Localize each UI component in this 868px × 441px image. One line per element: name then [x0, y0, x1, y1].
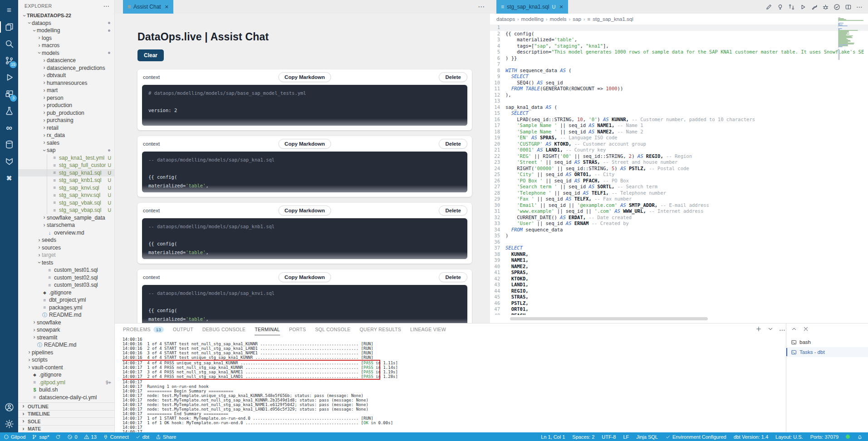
panel-tab-output[interactable]: OUTPUT: [173, 323, 193, 335]
tree-folder-production[interactable]: ›production: [18, 102, 114, 109]
warnings[interactable]: 13: [84, 434, 97, 440]
cursor-position[interactable]: Ln 1, Col 1: [541, 434, 565, 440]
tree-folder-datascience-predictions[interactable]: ›datascience_predictions: [18, 64, 114, 72]
tree-file-stg-sap-full-customer-sales-sql[interactable]: ≡stg_sap_full_customer_sales.sqlU: [18, 162, 114, 169]
copy-markdown-button[interactable]: Copy Markdown: [278, 72, 331, 82]
tree-folder-modelling[interactable]: ›modelling: [18, 27, 114, 34]
copy-markdown-button[interactable]: Copy Markdown: [278, 272, 331, 282]
tree-file--gitignore[interactable]: ◆.gitignore: [18, 371, 114, 379]
tree-folder-retail[interactable]: ›retail: [18, 124, 114, 132]
panel-tab-problems[interactable]: PROBLEMS13: [123, 323, 164, 335]
extensions-icon[interactable]: 3: [0, 86, 18, 103]
dbt-status[interactable]: dbt: [135, 434, 149, 440]
share[interactable]: Share: [156, 434, 176, 440]
tree-file-stg-sap-knvi-sql[interactable]: ≡stg_sap_knvi.sqlU: [18, 184, 114, 192]
connect[interactable]: Connect: [103, 434, 129, 440]
database-icon[interactable]: [0, 136, 18, 153]
breadcrumb-item[interactable]: sap: [573, 16, 581, 22]
environment[interactable]: Environment Configured: [665, 434, 726, 440]
tree-folder-rx-data[interactable]: ›rx_data: [18, 132, 114, 139]
chat-more-actions-icon[interactable]: ⋯: [472, 3, 490, 11]
panel-tab-terminal[interactable]: TERMINAL: [255, 323, 280, 335]
tree-folder-person[interactable]: ›person: [18, 94, 114, 102]
tree-file-custom-test03-sql[interactable]: ≡custom_test03.sql: [18, 281, 114, 289]
wrench-icon[interactable]: [810, 3, 818, 11]
delete-button[interactable]: Delete: [439, 272, 467, 282]
tree-folder-dbtvault[interactable]: ›dbtvault: [18, 72, 114, 79]
breadcrumb-item[interactable]: modelling: [521, 16, 544, 22]
search-icon[interactable]: [0, 35, 18, 52]
delete-button[interactable]: Delete: [439, 206, 467, 216]
git-branch[interactable]: sap*: [32, 434, 49, 440]
section-mate[interactable]: ›MATE: [18, 425, 115, 433]
pipeline-x-icon[interactable]: ✖: [0, 170, 18, 186]
tree-folder-logs[interactable]: ›logs: [18, 34, 114, 42]
tree-folder-sales[interactable]: ›sales: [18, 139, 114, 147]
explorer-more-icon[interactable]: ⋯: [103, 2, 110, 10]
encoding[interactable]: UTF-8: [602, 434, 616, 440]
panel-tab-ports[interactable]: PORTS: [289, 323, 306, 335]
tree-file--gitignore[interactable]: ◆.gitignore: [18, 289, 114, 297]
source-control-icon[interactable]: 15: [0, 52, 18, 69]
settings-gear-icon[interactable]: [0, 416, 18, 432]
terminal-instance-bash[interactable]: bash: [786, 337, 868, 347]
tab-assist-chat[interactable]: ≡ Assist Chat ✕: [123, 0, 173, 14]
tree-folder-snowflake[interactable]: ›snowflake: [18, 319, 114, 327]
tree-file-sap-kna1-test-yml[interactable]: ≡sap_kna1_test.ymlU: [18, 154, 114, 162]
tree-file-datascience-daily-ci-yml[interactable]: ≡datascience-daily-ci.yml: [18, 394, 114, 402]
tree-folder-snowpark[interactable]: ›snowpark: [18, 326, 114, 334]
port-status[interactable]: [846, 435, 850, 439]
tree-file-stg-sap-vbap-sql[interactable]: ≡stg_sap_vbap.sqlU: [18, 206, 114, 214]
tree-folder-mart[interactable]: ›mart: [18, 87, 114, 94]
indentation[interactable]: Spaces: 2: [572, 434, 594, 440]
explorer-icon[interactable]: [0, 19, 18, 35]
tree-file-readme-md[interactable]: ⓘREADME.md: [18, 311, 114, 319]
close-icon[interactable]: ✕: [559, 4, 563, 10]
tree-folder-streamlit[interactable]: ›streamlit: [18, 334, 114, 342]
minimap[interactable]: [838, 16, 864, 60]
delete-button[interactable]: Delete: [439, 72, 467, 82]
check-circle-icon[interactable]: [833, 3, 841, 11]
tab-stg-sap-kna1[interactable]: ≡ stg_sap_kna1.sql U ✕: [496, 0, 568, 14]
tree-file-readme-md[interactable]: ⓘREADME.md: [18, 341, 114, 349]
tree-folder-starschema[interactable]: ›starschema: [18, 221, 114, 229]
menu-icon[interactable]: ≡: [0, 2, 18, 19]
dbt-version[interactable]: dbt Version: 1.4: [734, 434, 768, 440]
panel-tab-debug-console[interactable]: DEBUG CONSOLE: [202, 323, 246, 335]
dataops-infinity-icon[interactable]: ∞: [0, 119, 18, 136]
lightbulb-icon[interactable]: [776, 3, 784, 11]
dbt-icon[interactable]: [0, 153, 18, 170]
breadcrumb-item[interactable]: dataops: [496, 16, 515, 22]
sync[interactable]: [55, 434, 61, 440]
tree-folder-purchasing[interactable]: ›purchasing: [18, 117, 114, 124]
tree-folder-vault-content[interactable]: ›vault-content: [18, 364, 114, 372]
git-compare-icon[interactable]: [787, 3, 795, 11]
clear-button[interactable]: Clear: [137, 49, 164, 61]
code-editor[interactable]: 12{{ config(3 materialized='table',4 tag…: [490, 24, 868, 315]
language-mode[interactable]: Jinja SQL: [636, 434, 658, 440]
errors[interactable]: 0: [67, 434, 77, 440]
copy-markdown-button[interactable]: Copy Markdown: [278, 206, 331, 216]
ports[interactable]: Ports: 37079: [810, 434, 839, 440]
tree-folder-target[interactable]: ›target: [18, 251, 114, 259]
tree-file-custom-test01-sql[interactable]: ≡custom_test01.sql: [18, 266, 114, 274]
tree-file-packages-yml[interactable]: ≡packages.yml: [18, 304, 114, 312]
gitpod-status[interactable]: Gitpod: [4, 434, 25, 440]
tree-file-overview-md[interactable]: ↓overview.md: [18, 229, 114, 237]
account-icon[interactable]: [0, 399, 18, 416]
section-sole[interactable]: ›SOLE: [18, 417, 115, 425]
tree-folder-humanresources[interactable]: ›humanresources: [18, 79, 114, 87]
tree-folder-snowflake-sample-data[interactable]: ›snowflake_sample_data: [18, 214, 114, 222]
split-editor-icon[interactable]: [844, 3, 852, 11]
tree-folder-scripts[interactable]: ›scripts: [18, 356, 114, 364]
tree-folder-seeds[interactable]: ›seeds: [18, 236, 114, 244]
tree-folder-sources[interactable]: ›sources: [18, 244, 114, 252]
more-actions-icon[interactable]: ⋯: [855, 3, 863, 11]
tree-folder-tests[interactable]: ›tests: [18, 259, 114, 267]
chevron-down-icon[interactable]: [767, 326, 775, 333]
notifications[interactable]: [857, 434, 863, 440]
close-icon[interactable]: ✕: [165, 4, 169, 10]
tree-folder-truedataops-22[interactable]: ›TRUEDATAOPS-22: [18, 12, 114, 20]
panel-tab-query-results[interactable]: QUERY RESULTS: [360, 323, 401, 335]
breadcrumb-item[interactable]: stg_sap_kna1.sql: [593, 16, 633, 22]
